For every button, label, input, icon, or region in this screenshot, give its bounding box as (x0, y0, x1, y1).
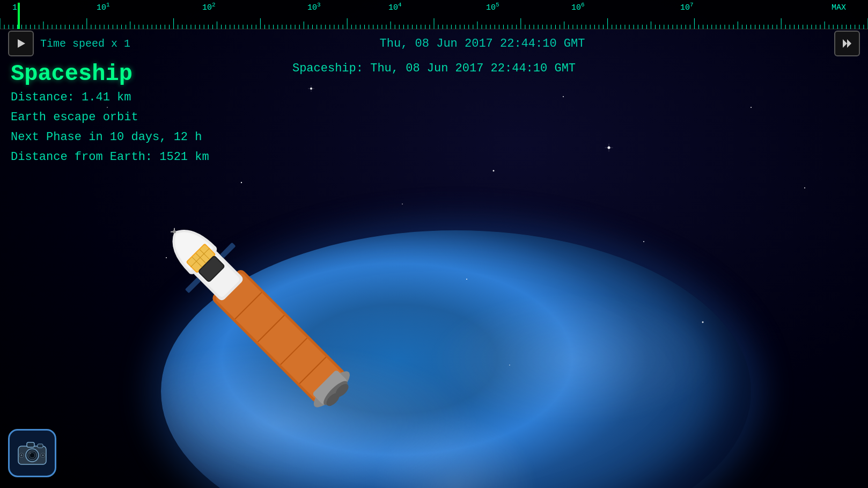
orbit-type-display: Earth escape orbit (11, 108, 209, 126)
hud-panel: Spaceship Distance: 1.41 km Earth escape… (11, 62, 209, 166)
fast-forward-button[interactable] (834, 31, 860, 56)
timeline-ruler[interactable] (0, 0, 868, 30)
svg-point-40 (29, 452, 31, 454)
center-datetime: Thu, 08 Jun 2017 22:44:10 GMT (130, 37, 834, 50)
svg-marker-29 (847, 39, 851, 48)
svg-rect-34 (27, 442, 34, 447)
camera-button[interactable] (8, 429, 56, 477)
svg-rect-19 (220, 242, 236, 258)
svg-marker-28 (843, 39, 847, 48)
play-button[interactable] (8, 31, 34, 56)
spaceship-datetime-panel: Spaceship: Thu, 08 Jun 2017 22:44:10 GMT (0, 62, 868, 75)
svg-point-37 (20, 454, 23, 456)
time-speed-display: Time speed x 1 (40, 38, 130, 50)
next-phase-display: Next Phase in 10 days, 12 h (11, 128, 209, 146)
top-bar: Time speed x 1 Thu, 08 Jun 2017 22:44:10… (0, 30, 868, 57)
svg-rect-1 (214, 272, 343, 400)
svg-point-39 (42, 454, 44, 456)
spaceship-datetime: Spaceship: Thu, 08 Jun 2017 22:44:10 GMT (292, 62, 576, 75)
distance-display: Distance: 1.41 km (11, 89, 209, 106)
svg-marker-27 (18, 39, 25, 48)
svg-rect-18 (185, 277, 201, 293)
svg-rect-35 (38, 444, 43, 448)
earth-distance-display: Distance from Earth: 1521 km (11, 148, 209, 166)
